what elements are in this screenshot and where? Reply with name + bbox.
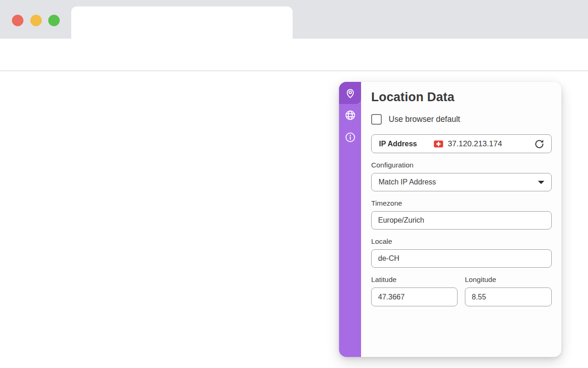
use-browser-default-checkbox[interactable] [371, 114, 382, 125]
browser-window: Location Data Use browser default IP Add… [0, 0, 588, 368]
ip-address-value: 37.120.213.174 [448, 139, 502, 149]
refresh-icon [533, 138, 545, 150]
info-icon [345, 132, 356, 143]
ip-address-box: IP Address 37.120.213.174 [371, 134, 552, 153]
coordinates-row: Latitude Longitude [371, 268, 552, 306]
latitude-input[interactable] [371, 288, 458, 306]
extension-popup: Location Data Use browser default IP Add… [339, 82, 561, 357]
use-browser-default-label: Use browser default [389, 115, 460, 124]
browser-toolbar [0, 39, 588, 71]
sidebar-tab-info[interactable] [339, 126, 361, 148]
window-close-button[interactable] [12, 15, 23, 26]
configuration-select[interactable]: Match IP Address [371, 173, 552, 191]
popup-title: Location Data [371, 90, 552, 104]
configuration-label: Configuration [371, 161, 552, 169]
globe-icon [345, 109, 356, 121]
popup-sidebar [339, 82, 361, 357]
timezone-label: Timezone [371, 199, 552, 207]
use-browser-default-row[interactable]: Use browser default [371, 114, 552, 125]
window-zoom-button[interactable] [48, 15, 60, 26]
latitude-label: Latitude [371, 276, 458, 284]
tab-strip [0, 0, 588, 39]
ip-address-label: IP Address [379, 140, 417, 148]
longitude-label: Longitude [465, 276, 552, 284]
window-minimize-button[interactable] [30, 15, 42, 26]
locale-input[interactable] [371, 249, 552, 268]
timezone-input[interactable] [371, 211, 552, 230]
sidebar-tab-browser[interactable] [339, 104, 361, 126]
location-pin-icon [345, 87, 356, 99]
refresh-ip-button[interactable] [533, 138, 545, 150]
popup-content: Location Data Use browser default IP Add… [371, 82, 552, 306]
browser-tab[interactable] [71, 6, 293, 39]
chevron-down-icon [538, 181, 544, 184]
sidebar-tab-location[interactable] [339, 82, 361, 104]
locale-label: Locale [371, 237, 552, 246]
configuration-selected-value: Match IP Address [379, 178, 436, 186]
longitude-input[interactable] [465, 288, 552, 306]
swiss-flag-icon [434, 140, 443, 148]
